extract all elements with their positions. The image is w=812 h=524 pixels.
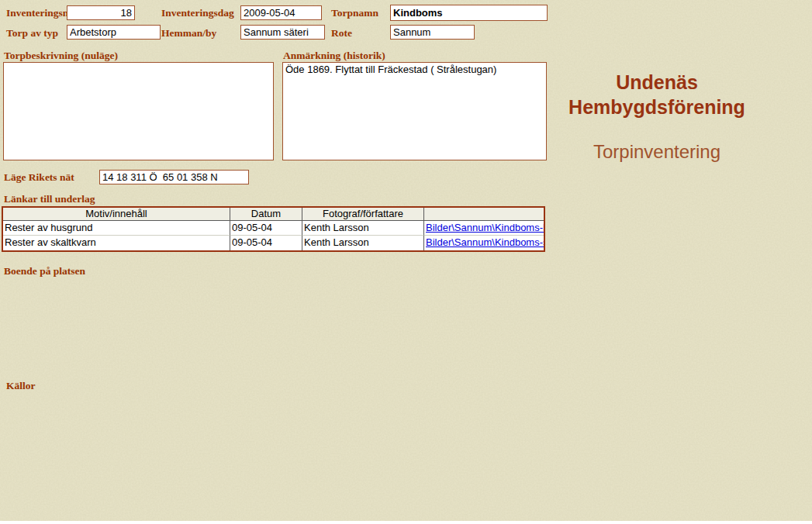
table-cell-datum: 09-05-04 (230, 221, 302, 236)
table-cell-motiv: Rester av husgrund (3, 221, 230, 236)
anmarkning-label: Anmärkning (historik) (283, 50, 385, 62)
hemman-by-input[interactable] (240, 25, 325, 40)
boende-pa-platsen-heading: Boende på platsen (4, 265, 85, 278)
torpbeskrivning-textarea[interactable] (3, 62, 274, 160)
bilder-link[interactable]: Bilder\Sannum\Kindboms-h (426, 222, 544, 233)
page-title-line1: Undenäs (544, 70, 770, 95)
torpnamn-label: Torpnamn (331, 7, 378, 19)
column-header-fotograf: Fotograf/författare (302, 208, 424, 221)
bilder-link[interactable]: Bilder\Sannum\Kindboms-s (426, 236, 544, 248)
lage-rikets-nat-label: Läge Rikets nät (4, 171, 74, 184)
torpnamn-input[interactable] (390, 5, 548, 21)
torpbeskrivning-label: Torpbeskrivning (nuläge) (4, 50, 118, 62)
table-cell-fotograf: Kenth Larsson (302, 221, 424, 236)
kallor-heading: Källor (6, 380, 36, 392)
hemman-by-label: Hemman/by (161, 27, 216, 40)
torpinventering-form-page: { "header": { "title_line1": "Undenäs", … (0, 0, 812, 524)
lankar-till-underlag-heading: Länkar till underlag (4, 193, 95, 205)
column-header-datum: Datum (230, 208, 302, 221)
lage-rikets-nat-input[interactable] (99, 170, 249, 184)
underlag-table: Motiv/innehåll Datum Fotograf/författare… (2, 206, 545, 252)
inventeringsnr-label: Inventeringsnr (6, 7, 73, 19)
inventeringsdag-input[interactable] (240, 5, 322, 20)
table-cell-datum: 09-05-04 (230, 236, 302, 250)
anmarkning-textarea[interactable]: Öde 1869. Flyttat till Fräckestad ( Strå… (282, 62, 547, 160)
column-header-motiv: Motiv/innehåll (3, 208, 230, 221)
table-cell-link: Bilder\Sannum\Kindboms-s (424, 236, 544, 250)
page-subtitle: Torpinventering (544, 141, 770, 163)
torp-av-typ-label: Torp av typ (6, 27, 58, 40)
rote-input[interactable] (390, 25, 475, 40)
column-header-link (424, 208, 544, 221)
inventeringsdag-label: Inventeringsdag (161, 7, 234, 19)
viewport-bottom-edge (0, 521, 812, 524)
torp-av-typ-input[interactable] (67, 25, 161, 40)
table-cell-link: Bilder\Sannum\Kindboms-h (424, 221, 544, 236)
table-cell-fotograf: Kenth Larsson (302, 236, 424, 250)
page-title: Undenäs Hembygdsförening (544, 70, 770, 119)
inventeringsnr-input[interactable] (67, 5, 135, 20)
rote-label: Rote (331, 27, 352, 40)
table-cell-motiv: Rester av skaltkvarn (3, 236, 230, 250)
page-title-line2: Hembygdsförening (544, 95, 770, 119)
